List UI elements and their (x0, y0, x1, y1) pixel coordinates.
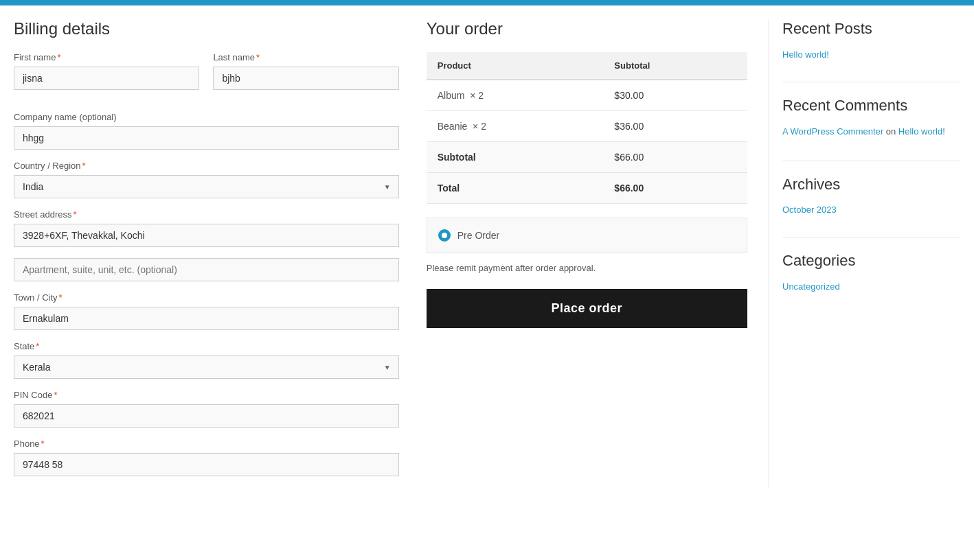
street-input[interactable] (14, 224, 399, 247)
city-label: Town / City* (14, 292, 399, 303)
product-name-beanie: Beanie × 2 (427, 111, 604, 142)
subtotal-row: Subtotal $66.00 (427, 142, 747, 173)
company-name-label: Company name (optional) (14, 112, 399, 122)
subtotal-label: Subtotal (427, 142, 604, 173)
total-label: Total (427, 173, 604, 204)
divider-3 (782, 237, 960, 237)
phone-input[interactable] (14, 453, 399, 476)
order-table: Product Subtotal Album × 2 $30.00 Beanie… (427, 52, 747, 204)
pin-group: PIN Code* (14, 390, 399, 428)
company-name-group: Company name (optional) (14, 112, 399, 150)
recent-posts-heading: Recent Posts (782, 19, 960, 39)
recent-post-hello-world[interactable]: Hello world! (782, 49, 829, 60)
last-name-label: Last name* (213, 52, 398, 62)
state-label: State* (14, 341, 399, 351)
product-name-album: Album × 2 (427, 80, 604, 111)
apt-group (14, 258, 399, 281)
phone-label: Phone* (14, 439, 399, 449)
state-select[interactable]: Kerala Tamil Nadu Karnataka (14, 355, 399, 379)
city-input[interactable] (14, 307, 399, 330)
payment-option[interactable]: Pre Order (438, 229, 736, 242)
col-subtotal: Subtotal (603, 52, 747, 80)
first-name-input[interactable] (14, 67, 199, 90)
divider-1 (782, 82, 960, 82)
country-select-wrapper: India United States United Kingdom (14, 175, 399, 198)
order-title: Your order (427, 19, 747, 38)
archives-heading: Archives (782, 175, 960, 195)
product-price-album: $30.00 (603, 80, 747, 111)
comment-post-link[interactable]: Hello world! (898, 126, 945, 137)
place-order-button[interactable]: Place order (427, 289, 747, 328)
archive-oct-2023[interactable]: October 2023 (782, 205, 837, 215)
company-name-input[interactable] (14, 126, 399, 150)
phone-group: Phone* (14, 439, 399, 476)
commenter-link[interactable]: A WordPress Commenter (782, 126, 883, 137)
recent-comment: A WordPress Commenter on Hello world! (782, 125, 960, 139)
order-item-beanie: Beanie × 2 $36.00 (427, 111, 747, 142)
divider-2 (782, 161, 960, 161)
billing-title: Billing details (14, 19, 399, 38)
sidebar: Recent Posts Hello world! Recent Comment… (768, 19, 960, 487)
state-group: State* Kerala Tamil Nadu Karnataka (14, 341, 399, 379)
order-section: Your order Product Subtotal Album × 2 $3… (427, 19, 747, 487)
pin-input[interactable] (14, 404, 399, 428)
street-group: Street address* (14, 209, 399, 247)
street-label: Street address* (14, 209, 399, 220)
country-label: Country / Region* (14, 161, 399, 171)
apt-input[interactable] (14, 258, 399, 281)
subtotal-value: $66.00 (603, 142, 747, 173)
total-value: $66.00 (603, 173, 747, 204)
city-group: Town / City* (14, 292, 399, 330)
categories-section: Categories Uncategorized (782, 251, 960, 292)
first-name-label: First name* (14, 52, 199, 62)
last-name-input[interactable] (213, 67, 398, 90)
recent-posts-section: Recent Posts Hello world! (782, 19, 960, 60)
recent-comments-section: Recent Comments A WordPress Commenter on… (782, 96, 960, 139)
payment-label: Pre Order (457, 230, 499, 241)
top-bar (0, 0, 974, 5)
country-select[interactable]: India United States United Kingdom (14, 175, 399, 198)
last-name-group: Last name* (213, 52, 398, 90)
payment-radio[interactable] (438, 229, 451, 242)
state-select-wrapper: Kerala Tamil Nadu Karnataka (14, 355, 399, 379)
payment-note: Please remit payment after order approva… (427, 261, 747, 275)
country-group: Country / Region* India United States Un… (14, 161, 399, 198)
first-name-group: First name* (14, 52, 199, 90)
product-price-beanie: $36.00 (603, 111, 747, 142)
col-product: Product (427, 52, 604, 80)
archives-section: Archives October 2023 (782, 175, 960, 215)
order-item-album: Album × 2 $30.00 (427, 80, 747, 111)
billing-section: Billing details First name* Last name* C… (14, 19, 399, 487)
categories-heading: Categories (782, 251, 960, 271)
total-row: Total $66.00 (427, 173, 747, 204)
category-uncategorized[interactable]: Uncategorized (782, 281, 840, 292)
pin-label: PIN Code* (14, 390, 399, 400)
payment-section: Pre Order (427, 218, 747, 253)
recent-comments-heading: Recent Comments (782, 96, 960, 116)
